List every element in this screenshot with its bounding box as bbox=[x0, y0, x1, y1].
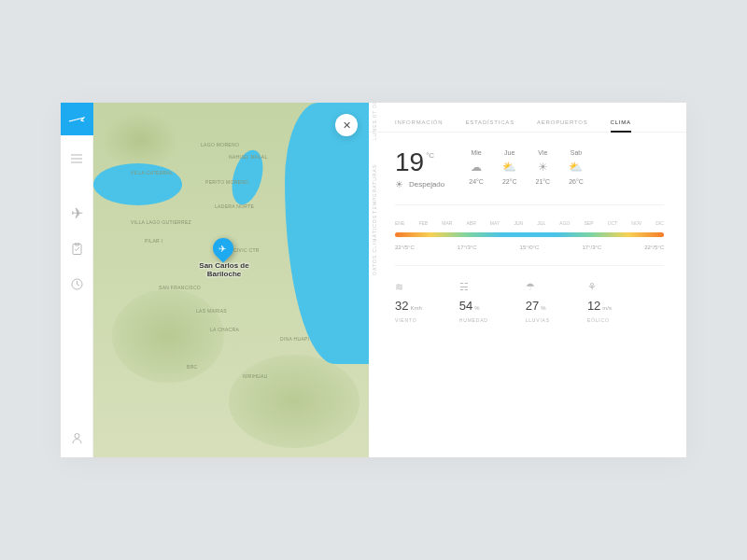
map-label: Villa Lago Gutierrez bbox=[131, 219, 191, 225]
month-scale: ENE FEB MAR ABR MAY JUN JUL AGO SEP OCT … bbox=[395, 220, 664, 226]
section-label: Datos Climáticos bbox=[372, 214, 377, 274]
stat-eolic: ⚘ 12m/s Eólico bbox=[587, 281, 612, 323]
stat-humidity: ☵ 54% Humedad bbox=[459, 281, 488, 323]
month-label: SEP bbox=[585, 220, 594, 226]
month-label: OCT bbox=[608, 220, 618, 226]
brand-logo[interactable] bbox=[61, 103, 93, 135]
forecast-day-name: Vie bbox=[538, 149, 547, 156]
forecast-day-name: Jue bbox=[504, 149, 514, 156]
stat-value: 12 bbox=[587, 299, 600, 313]
temp-range: 22°/5°C bbox=[644, 245, 664, 250]
close-button[interactable]: ✕ bbox=[335, 114, 358, 136]
temp-range: 22°/5°C bbox=[395, 245, 415, 250]
menu-icon[interactable] bbox=[70, 152, 83, 165]
sun-icon: ☀ bbox=[395, 179, 403, 189]
app-window: ✈ Villa Catedral Perito Moreno Pilar I S… bbox=[61, 103, 686, 457]
temp-range: 17°/3°C bbox=[458, 245, 477, 250]
map-label: Lago Moreno bbox=[201, 142, 239, 147]
stat-unit: % bbox=[541, 305, 545, 311]
stat-label: Eólico bbox=[587, 317, 612, 323]
month-label: ENE bbox=[395, 220, 404, 226]
map-label: Ladera Norte bbox=[215, 203, 254, 209]
forecast-day-temp: 26°C bbox=[569, 178, 584, 185]
map-label: Nirihuau bbox=[243, 373, 268, 379]
sidebar: ✈ bbox=[61, 103, 93, 457]
map-label: Civic Ctr bbox=[233, 247, 260, 253]
rain-icon: ☂ bbox=[526, 281, 550, 294]
map-label: Las Marias bbox=[196, 308, 227, 314]
forecast-row: Mie ☁ 24°C Jue ⛅ 22°C Vie ☀ 21°C bbox=[469, 149, 584, 185]
svg-point-3 bbox=[75, 433, 79, 438]
forecast-day-temp: 22°C bbox=[502, 178, 517, 185]
forecast-day: Sab ⛅ 26°C bbox=[569, 149, 584, 185]
cloud-icon: ☁ bbox=[471, 161, 482, 174]
map-label: Dina Huapi bbox=[280, 336, 309, 342]
stat-unit: % bbox=[474, 305, 479, 311]
current-weather-section: Lunes 07 de Marzo 19 °C ☀ Despejado Mie bbox=[395, 133, 664, 205]
sidebar-nav: ✈ bbox=[70, 152, 83, 431]
stat-wind: ≋ 32Kmh Viento bbox=[395, 281, 422, 323]
windmill-icon: ⚘ bbox=[587, 281, 612, 294]
forecast-day: Mie ☁ 24°C bbox=[469, 149, 484, 185]
map-label: Pilar I bbox=[145, 238, 162, 244]
tab-clima[interactable]: Clima bbox=[611, 119, 631, 133]
month-label: AGO bbox=[559, 220, 570, 226]
current-temp: 19 bbox=[395, 147, 424, 177]
map-label: Villa Catedral bbox=[131, 170, 173, 175]
stat-unit: Kmh bbox=[410, 305, 421, 311]
month-label: JUN bbox=[514, 220, 523, 226]
map-label: La Chacra bbox=[210, 327, 239, 332]
condition-text: Despejado bbox=[409, 180, 444, 189]
stat-rain: ☂ 27% Lluvias bbox=[526, 281, 550, 323]
user-icon[interactable] bbox=[70, 431, 83, 444]
temperature-ranges: 22°/5°C 17°/3°C 15°/0°C 17°/3°C 22°/5°C bbox=[395, 245, 664, 250]
forecast-day: Vie ☀ 21°C bbox=[536, 149, 551, 185]
stat-value: 54 bbox=[459, 299, 472, 313]
map-view[interactable]: Villa Catedral Perito Moreno Pilar I San… bbox=[93, 103, 369, 457]
humidity-icon: ☵ bbox=[459, 281, 488, 294]
partly-cloudy-icon: ⛅ bbox=[569, 161, 583, 174]
tab-informacion[interactable]: Información bbox=[395, 119, 443, 133]
temperature-section: Temperaturas ENE FEB MAR ABR MAY JUN JUL… bbox=[395, 205, 664, 266]
tab-estadisticas[interactable]: Estadísticas bbox=[465, 119, 514, 133]
forecast-day-temp: 24°C bbox=[469, 178, 484, 185]
stat-label: Humedad bbox=[459, 317, 488, 323]
month-label: FEB bbox=[418, 220, 428, 226]
plane-icon[interactable]: ✈ bbox=[70, 206, 83, 219]
info-panel: Información Estadísticas Aeropuertos Cli… bbox=[369, 103, 686, 457]
forecast-day-name: Sab bbox=[571, 149, 582, 156]
sun-icon: ☀ bbox=[538, 161, 548, 174]
forecast-day-name: Mie bbox=[471, 149, 481, 156]
map-label: BRC bbox=[187, 364, 197, 370]
stat-value: 32 bbox=[395, 299, 408, 313]
map-label: Nahuel Malal bbox=[229, 154, 267, 160]
date-label: Lunes 07 de Marzo bbox=[372, 103, 377, 139]
wind-icon: ≋ bbox=[395, 281, 422, 294]
month-label: ABR bbox=[466, 220, 475, 226]
clipboard-icon[interactable] bbox=[70, 242, 83, 255]
tab-aeropuertos[interactable]: Aeropuertos bbox=[537, 119, 588, 133]
section-label: Temperaturas bbox=[372, 164, 377, 214]
stat-value: 27 bbox=[526, 299, 539, 313]
month-label: MAY bbox=[490, 220, 500, 226]
clock-icon[interactable] bbox=[70, 277, 83, 290]
temp-range: 17°/3°C bbox=[582, 245, 601, 250]
map-label: Perito Moreno bbox=[205, 179, 248, 185]
location-label: San Carlos de Bariloche bbox=[187, 261, 261, 278]
temp-range: 15°/0°C bbox=[520, 245, 540, 250]
tab-bar: Información Estadísticas Aeropuertos Cli… bbox=[395, 119, 664, 133]
month-label: MAR bbox=[442, 220, 452, 226]
forecast-day: Jue ⛅ 22°C bbox=[502, 149, 517, 185]
temp-unit: °C bbox=[426, 151, 434, 160]
stat-label: Lluvias bbox=[526, 317, 550, 323]
stat-label: Viento bbox=[395, 317, 422, 323]
partly-cloudy-icon: ⛅ bbox=[502, 161, 516, 174]
stat-unit: m/s bbox=[602, 305, 612, 311]
map-label: San Francisco bbox=[159, 285, 201, 290]
forecast-day-temp: 21°C bbox=[536, 178, 551, 185]
location-pin[interactable] bbox=[208, 233, 237, 262]
month-label: DIC bbox=[655, 220, 664, 226]
temperature-spectrum bbox=[395, 232, 664, 237]
month-label: JUL bbox=[537, 220, 545, 226]
month-label: NOV bbox=[631, 220, 641, 226]
